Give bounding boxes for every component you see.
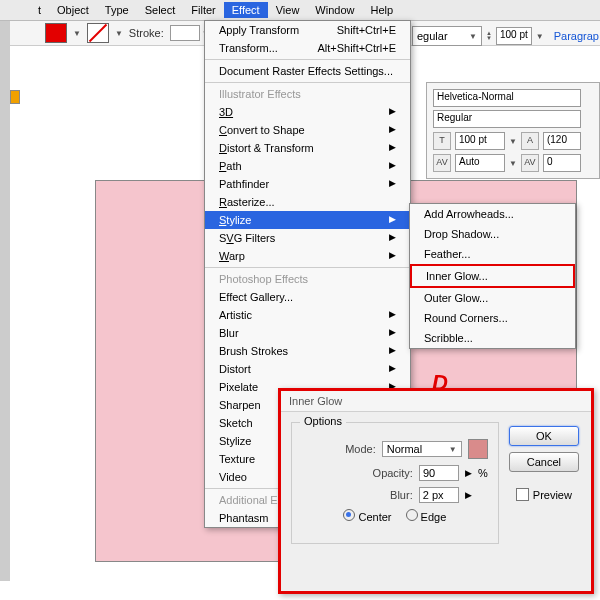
menuitem-rasterize[interactable]: Rasterize... — [205, 193, 410, 211]
menuitem-doc-raster[interactable]: Document Raster Effects Settings... — [205, 62, 410, 80]
ok-button[interactable]: OK — [509, 426, 579, 446]
stroke-label: Stroke: — [129, 27, 164, 39]
no-stroke-swatch[interactable] — [87, 23, 109, 43]
font-style-field[interactable]: Regular — [433, 110, 581, 128]
blur-label: Blur: — [390, 489, 413, 501]
center-radio[interactable] — [343, 509, 355, 521]
menuitem-apply-transform[interactable]: Apply TransformShift+Ctrl+E — [205, 21, 410, 39]
menubar: t Object Type Select Filter Effect View … — [0, 0, 600, 21]
glow-color-swatch[interactable] — [468, 439, 488, 459]
layer-indicator — [10, 90, 20, 104]
mode-label: Mode: — [345, 443, 376, 455]
menu-effect[interactable]: Effect — [224, 2, 268, 18]
menuitem-3d[interactable]: 3D▶ — [205, 103, 410, 121]
menu-type[interactable]: Type — [97, 2, 137, 18]
kerning-icon: AV — [433, 154, 451, 172]
ruler-vertical — [0, 21, 10, 581]
submenu-add-arrowheads[interactable]: Add Arrowheads... — [410, 204, 575, 224]
stroke-weight-input[interactable] — [170, 25, 200, 41]
menuitem-transform[interactable]: Transform...Alt+Shift+Ctrl+E — [205, 39, 410, 57]
submenu-outer-glow[interactable]: Outer Glow... — [410, 288, 575, 308]
menuitem-distort[interactable]: Distort▶ — [205, 360, 410, 378]
menuitem-stylize[interactable]: Stylize▶ — [205, 211, 410, 229]
menuitem-blur[interactable]: Blur▶ — [205, 324, 410, 342]
menu-view[interactable]: View — [268, 2, 308, 18]
edge-label: Edge — [421, 511, 447, 523]
preview-label: Preview — [533, 489, 572, 501]
cancel-button[interactable]: Cancel — [509, 452, 579, 472]
menu-window[interactable]: Window — [307, 2, 362, 18]
menuitem-distort-transform[interactable]: Distort & Transform▶ — [205, 139, 410, 157]
menu-edit[interactable]: t — [30, 2, 49, 18]
font-style-dropdown[interactable]: egular▼ — [412, 26, 482, 46]
opacity-flyout-icon[interactable]: ▶ — [465, 468, 472, 478]
menu-filter[interactable]: Filter — [183, 2, 223, 18]
tracking-field[interactable]: 0 — [543, 154, 581, 172]
menu-help[interactable]: Help — [362, 2, 401, 18]
section-photoshop-effects: Photoshop Effects — [205, 270, 410, 288]
preview-checkbox[interactable] — [516, 488, 529, 501]
menuitem-svg-filters[interactable]: SVG Filters▶ — [205, 229, 410, 247]
inner-glow-dialog: Inner Glow Options Mode: Normal▼ Opacity… — [278, 388, 594, 594]
font-family-field[interactable]: Helvetica-Normal — [433, 89, 581, 107]
submenu-inner-glow[interactable]: Inner Glow... — [410, 264, 575, 288]
tracking-icon: AV — [521, 154, 539, 172]
kerning-field[interactable]: Auto — [455, 154, 505, 172]
opacity-input[interactable]: 90 — [419, 465, 459, 481]
character-panel: Helvetica-Normal Regular T 100 pt▼ A (12… — [426, 82, 600, 179]
submenu-scribble[interactable]: Scribble... — [410, 328, 575, 348]
section-illustrator-effects: Illustrator Effects — [205, 85, 410, 103]
leading-field[interactable]: (120 — [543, 132, 581, 150]
chevron-down-icon[interactable]: ▼ — [73, 29, 81, 38]
menu-select[interactable]: Select — [137, 2, 184, 18]
menuitem-brush-strokes[interactable]: Brush Strokes▶ — [205, 342, 410, 360]
blur-input[interactable]: 2 px — [419, 487, 459, 503]
font-size-field[interactable]: 100 pt — [455, 132, 505, 150]
paragraph-link[interactable]: Paragrap — [554, 30, 599, 42]
menuitem-pathfinder[interactable]: Pathfinder▶ — [205, 175, 410, 193]
opacity-label: Opacity: — [373, 467, 413, 479]
menuitem-warp[interactable]: Warp▶ — [205, 247, 410, 265]
center-label: Center — [358, 511, 391, 523]
leading-icon: A — [521, 132, 539, 150]
submenu-drop-shadow[interactable]: Drop Shadow... — [410, 224, 575, 244]
mode-dropdown[interactable]: Normal▼ — [382, 441, 462, 457]
font-size-input[interactable]: 100 pt — [496, 27, 532, 45]
submenu-feather[interactable]: Feather... — [410, 244, 575, 264]
submenu-round-corners[interactable]: Round Corners... — [410, 308, 575, 328]
menuitem-convert-to-shape[interactable]: Convert to Shape▶ — [205, 121, 410, 139]
chevron-down-icon[interactable]: ▼ — [115, 29, 123, 38]
font-size-icon: T — [433, 132, 451, 150]
percent-label: % — [478, 467, 488, 479]
menuitem-artistic[interactable]: Artistic▶ — [205, 306, 410, 324]
options-group: Options Mode: Normal▼ Opacity: 90 ▶ % Bl… — [291, 422, 499, 544]
dialog-title: Inner Glow — [281, 391, 591, 412]
blur-flyout-icon[interactable]: ▶ — [465, 490, 472, 500]
stepper-icon[interactable]: ▲▼ — [486, 31, 492, 41]
menuitem-path[interactable]: Path▶ — [205, 157, 410, 175]
edge-radio[interactable] — [406, 509, 418, 521]
options-legend: Options — [300, 415, 346, 427]
stylize-submenu: Add Arrowheads... Drop Shadow... Feather… — [409, 203, 576, 349]
menuitem-effect-gallery[interactable]: Effect Gallery... — [205, 288, 410, 306]
fill-color-swatch[interactable] — [45, 23, 67, 43]
chevron-down-icon[interactable]: ▼ — [536, 32, 544, 41]
menu-object[interactable]: Object — [49, 2, 97, 18]
